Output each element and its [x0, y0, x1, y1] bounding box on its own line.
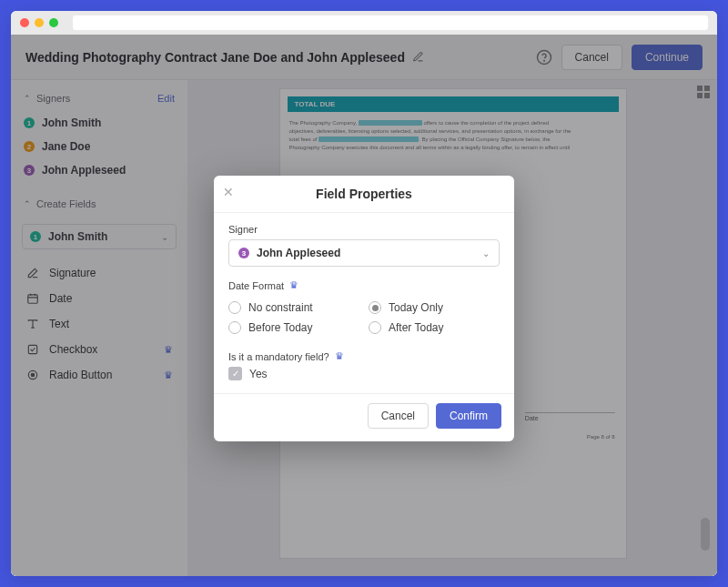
chevron-down-icon: ⌄: [482, 248, 490, 258]
browser-chrome: [11, 11, 717, 35]
radio-icon: [369, 301, 381, 314]
url-bar[interactable]: [73, 15, 708, 30]
radio-no-constraint[interactable]: No constraint: [228, 301, 359, 314]
mandatory-checkbox[interactable]: ✓ Yes: [228, 367, 500, 380]
radio-icon: [369, 321, 381, 334]
radio-icon: [228, 321, 241, 334]
radio-after-today[interactable]: After Today: [369, 321, 500, 334]
modal-footer: Cancel Confirm: [214, 393, 514, 441]
modal-confirm-button[interactable]: Confirm: [436, 403, 501, 429]
mandatory-label: Is it a mandatory field? ♛: [228, 350, 500, 362]
crown-icon: ♛: [289, 279, 298, 291]
date-format-options: No constraint Today Only Before Today: [228, 296, 500, 338]
modal-cancel-button[interactable]: Cancel: [368, 403, 429, 429]
minimize-window-icon[interactable]: [35, 18, 44, 27]
signer-label: Signer: [228, 224, 500, 235]
modal-header: ✕ Field Properties: [214, 176, 514, 213]
close-icon[interactable]: ✕: [223, 185, 234, 199]
maximize-window-icon[interactable]: [49, 18, 58, 27]
close-window-icon[interactable]: [20, 18, 29, 27]
modal-title: Field Properties: [227, 187, 501, 201]
window-controls: [20, 18, 58, 27]
radio-before-today[interactable]: Before Today: [228, 321, 359, 334]
signer-select[interactable]: 3 John Appleseed ⌄: [228, 239, 500, 267]
modal-body: Signer 3 John Appleseed ⌄ Date Format ♛ …: [214, 213, 514, 386]
crown-icon: ♛: [335, 350, 344, 362]
signer-select-value: John Appleseed: [257, 247, 340, 259]
checkbox-icon: ✓: [228, 367, 242, 380]
field-properties-modal: ✕ Field Properties Signer 3 John Applese…: [214, 176, 514, 441]
app: Wedding Photography Contract Jane Doe an…: [11, 35, 717, 576]
radio-today-only[interactable]: Today Only: [369, 301, 500, 314]
modal-overlay: ✕ Field Properties Signer 3 John Applese…: [11, 35, 717, 576]
date-format-label: Date Format ♛: [228, 279, 500, 291]
radio-icon: [228, 301, 241, 314]
browser-window: Wedding Photography Contract Jane Doe an…: [11, 11, 717, 576]
signer-badge: 3: [238, 248, 249, 258]
